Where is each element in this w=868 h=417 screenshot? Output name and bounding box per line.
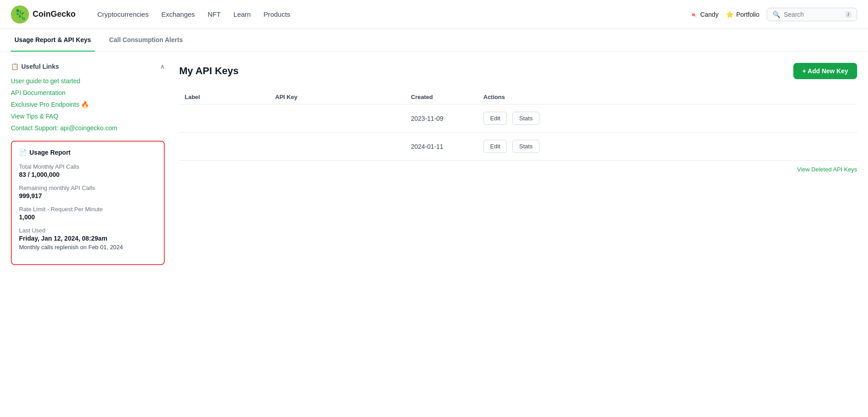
main-nav: Cryptocurrencies Exchanges NFT Learn Pro… <box>97 10 290 18</box>
nav-learn[interactable]: Learn <box>234 10 251 18</box>
nav-products[interactable]: Products <box>263 10 290 18</box>
link-contact-support[interactable]: Contact Support: api@coingecko.com <box>11 124 165 132</box>
link-pro-endpoints[interactable]: Exclusive Pro Endpoints 🔥 <box>11 101 165 108</box>
logo-icon: 🦎 <box>11 5 29 24</box>
useful-links-title: 📋 Useful Links <box>11 63 59 70</box>
main-layout: 📋 Useful Links ∧ User guide to get start… <box>0 52 868 411</box>
table-row: 2024-01-11 Edit Stats <box>179 133 857 161</box>
nav-nft[interactable]: NFT <box>208 10 221 18</box>
rate-limit-label: Rate Limit - Request Per Minute <box>19 206 157 213</box>
sidebar-links: User guide to get started API Documentat… <box>11 77 165 132</box>
col-header-actions: Actions <box>478 90 857 104</box>
link-tips-faq[interactable]: View Tips & FAQ <box>11 113 165 120</box>
total-monthly-calls-value: 83 / 1,000,000 <box>19 171 157 178</box>
sub-tabs: Usage Report & API Keys Call Consumption… <box>0 29 868 52</box>
search-icon: 🔍 <box>773 11 780 18</box>
col-header-apikey: API Key <box>270 90 405 104</box>
add-new-key-button[interactable]: + Add New Key <box>793 63 857 79</box>
header: 🦎 CoinGecko Cryptocurrencies Exchanges N… <box>0 0 868 29</box>
row1-label <box>179 104 270 133</box>
row1-actions: Edit Stats <box>478 104 857 133</box>
report-icon: 📄 <box>19 149 27 156</box>
portfolio-icon: ⭐ <box>726 11 734 18</box>
nav-cryptocurrencies[interactable]: Cryptocurrencies <box>97 10 148 18</box>
content-area: My API Keys + Add New Key Label API Key … <box>179 63 857 400</box>
header-right: 🍬 Candy ⭐ Portfolio 🔍 / <box>690 8 857 21</box>
candy-icon: 🍬 <box>690 11 697 18</box>
tab-usage-report[interactable]: Usage Report & API Keys <box>11 29 95 52</box>
table-header: Label API Key Created Actions <box>179 90 857 104</box>
replenish-note: Monthly calls replenish on Feb 01, 2024 <box>19 244 157 251</box>
search-input[interactable] <box>784 11 842 18</box>
content-header: My API Keys + Add New Key <box>179 63 857 79</box>
row2-apikey <box>270 133 405 161</box>
row1-edit-button[interactable]: Edit <box>483 112 507 125</box>
row1-created: 2023-11-09 <box>405 104 478 133</box>
portfolio-label: Portfolio <box>736 11 759 18</box>
link-api-docs[interactable]: API Documentation <box>11 89 165 96</box>
logo[interactable]: 🦎 CoinGecko <box>11 5 76 24</box>
col-header-label: Label <box>179 90 270 104</box>
total-monthly-calls-label: Total Monthly API Calls <box>19 163 157 170</box>
candy-label: Candy <box>700 11 718 18</box>
rate-limit-stat: Rate Limit - Request Per Minute 1,000 <box>19 206 157 221</box>
useful-links-header: 📋 Useful Links ∧ <box>11 63 165 70</box>
remaining-calls-label: Remaining monthly API Calls <box>19 185 157 191</box>
row2-actions: Edit Stats <box>478 133 857 161</box>
candy-button[interactable]: 🍬 Candy <box>690 11 718 18</box>
usage-report-box: 📄 Usage Report Total Monthly API Calls 8… <box>11 141 165 265</box>
nav-exchanges[interactable]: Exchanges <box>161 10 195 18</box>
col-header-created: Created <box>405 90 478 104</box>
api-keys-table: Label API Key Created Actions 2023-11-09… <box>179 90 857 161</box>
document-icon: 📋 <box>11 63 19 70</box>
page-title: My API Keys <box>179 65 238 77</box>
rate-limit-value: 1,000 <box>19 213 157 221</box>
table-row: 2023-11-09 Edit Stats <box>179 104 857 133</box>
last-used-value: Friday, Jan 12, 2024, 08:29am <box>19 235 157 242</box>
row2-label <box>179 133 270 161</box>
view-deleted-link[interactable]: View Deleted API Keys <box>179 166 857 173</box>
slash-badge: / <box>845 11 851 18</box>
tab-call-consumption[interactable]: Call Consumption Alerts <box>105 29 186 52</box>
row2-stats-button[interactable]: Stats <box>512 140 539 153</box>
portfolio-button[interactable]: ⭐ Portfolio <box>726 11 759 18</box>
row1-apikey <box>270 104 405 133</box>
remaining-calls-value: 999,917 <box>19 192 157 199</box>
usage-report-title: 📄 Usage Report <box>19 149 157 156</box>
collapse-icon[interactable]: ∧ <box>160 63 165 70</box>
last-used-stat: Last Used Friday, Jan 12, 2024, 08:29am … <box>19 227 157 251</box>
row1-stats-button[interactable]: Stats <box>512 112 539 125</box>
fire-icon: 🔥 <box>81 101 89 108</box>
link-user-guide[interactable]: User guide to get started <box>11 77 165 85</box>
remaining-calls-stat: Remaining monthly API Calls 999,917 <box>19 185 157 199</box>
row2-created: 2024-01-11 <box>405 133 478 161</box>
last-used-label: Last Used <box>19 227 157 234</box>
sidebar: 📋 Useful Links ∧ User guide to get start… <box>11 63 165 400</box>
total-monthly-calls-stat: Total Monthly API Calls 83 / 1,000,000 <box>19 163 157 178</box>
search-box[interactable]: 🔍 / <box>767 8 857 21</box>
logo-text: CoinGecko <box>33 9 76 19</box>
row2-edit-button[interactable]: Edit <box>483 140 507 153</box>
